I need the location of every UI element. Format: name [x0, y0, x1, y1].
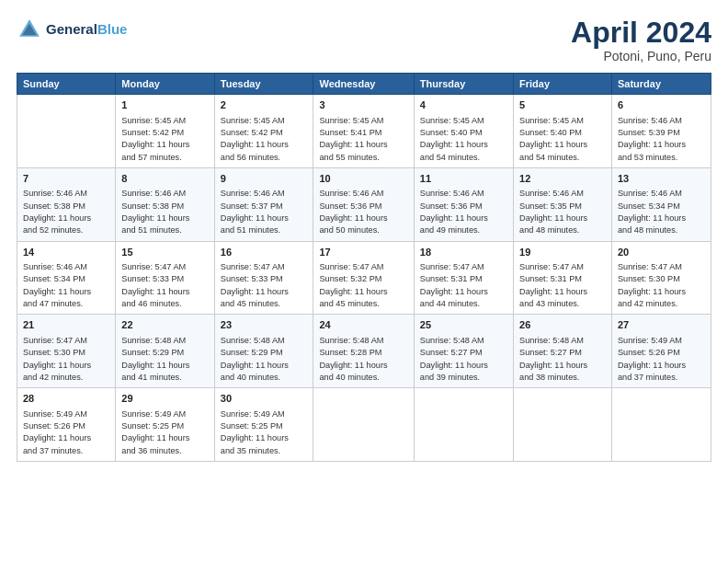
- calendar-table: Sunday Monday Tuesday Wednesday Thursday…: [17, 73, 711, 462]
- day-info: Sunrise: 5:48 AM Sunset: 5:29 PM Dayligh…: [121, 335, 208, 384]
- day-info: Sunrise: 5:45 AM Sunset: 5:42 PM Dayligh…: [121, 115, 208, 164]
- week-row-5: 28Sunrise: 5:49 AM Sunset: 5:26 PM Dayli…: [17, 388, 711, 462]
- day-info: Sunrise: 5:46 AM Sunset: 5:38 PM Dayligh…: [23, 188, 109, 236]
- calendar-cell: 28Sunrise: 5:49 AM Sunset: 5:26 PM Dayli…: [17, 388, 116, 462]
- day-number: 28: [23, 392, 109, 406]
- day-number: 10: [319, 172, 407, 186]
- calendar-cell: 27Sunrise: 5:49 AM Sunset: 5:26 PM Dayli…: [611, 315, 711, 388]
- calendar-cell: [17, 95, 116, 168]
- header-row: Sunday Monday Tuesday Wednesday Thursday…: [17, 74, 711, 95]
- calendar-cell: [514, 388, 612, 462]
- day-info: Sunrise: 5:48 AM Sunset: 5:27 PM Dayligh…: [420, 335, 507, 384]
- calendar-cell: 18Sunrise: 5:47 AM Sunset: 5:31 PM Dayli…: [414, 241, 513, 315]
- calendar-cell: 30Sunrise: 5:49 AM Sunset: 5:25 PM Dayli…: [214, 388, 313, 462]
- calendar-cell: 7Sunrise: 5:46 AM Sunset: 5:38 PM Daylig…: [17, 167, 116, 241]
- day-info: Sunrise: 5:47 AM Sunset: 5:30 PM Dayligh…: [618, 261, 705, 310]
- page: GeneralBlue April 2024 Potoni, Puno, Per…: [0, 0, 728, 563]
- logo-icon: [17, 17, 42, 42]
- day-info: Sunrise: 5:46 AM Sunset: 5:39 PM Dayligh…: [618, 115, 705, 164]
- week-row-2: 7Sunrise: 5:46 AM Sunset: 5:38 PM Daylig…: [17, 167, 711, 241]
- day-number: 29: [121, 392, 208, 406]
- day-number: 5: [519, 98, 606, 112]
- calendar-cell: 6Sunrise: 5:46 AM Sunset: 5:39 PM Daylig…: [611, 95, 711, 168]
- col-monday: Monday: [116, 74, 214, 95]
- day-number: 12: [519, 172, 606, 186]
- day-number: 13: [618, 172, 705, 186]
- day-number: 21: [23, 318, 109, 332]
- calendar-cell: 3Sunrise: 5:45 AM Sunset: 5:41 PM Daylig…: [313, 95, 414, 168]
- day-number: 1: [121, 98, 208, 112]
- day-number: 11: [420, 172, 507, 186]
- day-number: 6: [618, 98, 705, 112]
- day-number: 19: [519, 246, 606, 259]
- calendar-cell: [414, 388, 513, 462]
- day-info: Sunrise: 5:46 AM Sunset: 5:35 PM Dayligh…: [519, 188, 606, 236]
- day-number: 4: [420, 98, 507, 112]
- day-info: Sunrise: 5:45 AM Sunset: 5:40 PM Dayligh…: [519, 115, 606, 164]
- day-number: 14: [23, 246, 109, 259]
- day-info: Sunrise: 5:47 AM Sunset: 5:32 PM Dayligh…: [319, 261, 407, 310]
- calendar-cell: 8Sunrise: 5:46 AM Sunset: 5:38 PM Daylig…: [116, 167, 214, 241]
- day-number: 30: [221, 392, 308, 406]
- calendar-cell: 10Sunrise: 5:46 AM Sunset: 5:36 PM Dayli…: [313, 167, 414, 241]
- col-thursday: Thursday: [414, 74, 513, 95]
- day-info: Sunrise: 5:47 AM Sunset: 5:30 PM Dayligh…: [23, 335, 109, 384]
- day-info: Sunrise: 5:46 AM Sunset: 5:34 PM Dayligh…: [23, 261, 109, 310]
- calendar-cell: 4Sunrise: 5:45 AM Sunset: 5:40 PM Daylig…: [414, 95, 513, 168]
- day-number: 20: [618, 246, 705, 259]
- day-info: Sunrise: 5:49 AM Sunset: 5:25 PM Dayligh…: [121, 408, 208, 457]
- day-number: 16: [221, 246, 308, 259]
- calendar-cell: 12Sunrise: 5:46 AM Sunset: 5:35 PM Dayli…: [514, 167, 612, 241]
- day-number: 17: [319, 246, 407, 259]
- day-number: 9: [221, 172, 308, 186]
- week-row-1: 1Sunrise: 5:45 AM Sunset: 5:42 PM Daylig…: [17, 95, 711, 168]
- calendar-cell: 5Sunrise: 5:45 AM Sunset: 5:40 PM Daylig…: [514, 95, 612, 168]
- day-number: 7: [23, 172, 109, 186]
- day-info: Sunrise: 5:46 AM Sunset: 5:37 PM Dayligh…: [221, 188, 308, 236]
- calendar-cell: 15Sunrise: 5:47 AM Sunset: 5:33 PM Dayli…: [116, 241, 214, 315]
- title-block: April 2024 Potoni, Puno, Peru: [571, 17, 711, 63]
- calendar-cell: 13Sunrise: 5:46 AM Sunset: 5:34 PM Dayli…: [611, 167, 711, 241]
- calendar-cell: 25Sunrise: 5:48 AM Sunset: 5:27 PM Dayli…: [414, 315, 513, 388]
- calendar-cell: 20Sunrise: 5:47 AM Sunset: 5:30 PM Dayli…: [611, 241, 711, 315]
- day-info: Sunrise: 5:47 AM Sunset: 5:33 PM Dayligh…: [121, 261, 208, 310]
- day-info: Sunrise: 5:48 AM Sunset: 5:27 PM Dayligh…: [519, 335, 606, 384]
- day-number: 23: [221, 318, 308, 332]
- calendar-cell: 16Sunrise: 5:47 AM Sunset: 5:33 PM Dayli…: [214, 241, 313, 315]
- day-info: Sunrise: 5:48 AM Sunset: 5:28 PM Dayligh…: [319, 335, 407, 384]
- day-number: 8: [121, 172, 208, 186]
- day-info: Sunrise: 5:47 AM Sunset: 5:31 PM Dayligh…: [519, 261, 606, 310]
- day-number: 3: [319, 98, 407, 112]
- day-info: Sunrise: 5:47 AM Sunset: 5:33 PM Dayligh…: [221, 261, 308, 310]
- day-number: 25: [420, 318, 507, 332]
- day-info: Sunrise: 5:46 AM Sunset: 5:34 PM Dayligh…: [618, 188, 705, 236]
- location: Potoni, Puno, Peru: [571, 49, 711, 63]
- calendar-cell: 17Sunrise: 5:47 AM Sunset: 5:32 PM Dayli…: [313, 241, 414, 315]
- calendar-cell: 29Sunrise: 5:49 AM Sunset: 5:25 PM Dayli…: [116, 388, 214, 462]
- day-info: Sunrise: 5:46 AM Sunset: 5:36 PM Dayligh…: [420, 188, 507, 236]
- day-info: Sunrise: 5:48 AM Sunset: 5:29 PM Dayligh…: [221, 335, 308, 384]
- logo-text: GeneralBlue: [46, 21, 127, 37]
- day-info: Sunrise: 5:46 AM Sunset: 5:38 PM Dayligh…: [121, 188, 208, 236]
- day-info: Sunrise: 5:46 AM Sunset: 5:36 PM Dayligh…: [319, 188, 407, 236]
- day-number: 24: [319, 318, 407, 332]
- day-info: Sunrise: 5:49 AM Sunset: 5:26 PM Dayligh…: [618, 335, 705, 384]
- col-friday: Friday: [514, 74, 612, 95]
- calendar-cell: [313, 388, 414, 462]
- week-row-4: 21Sunrise: 5:47 AM Sunset: 5:30 PM Dayli…: [17, 315, 711, 388]
- calendar-cell: 11Sunrise: 5:46 AM Sunset: 5:36 PM Dayli…: [414, 167, 513, 241]
- calendar-cell: 14Sunrise: 5:46 AM Sunset: 5:34 PM Dayli…: [17, 241, 116, 315]
- week-row-3: 14Sunrise: 5:46 AM Sunset: 5:34 PM Dayli…: [17, 241, 711, 315]
- day-number: 27: [618, 318, 705, 332]
- col-wednesday: Wednesday: [313, 74, 414, 95]
- calendar-cell: 9Sunrise: 5:46 AM Sunset: 5:37 PM Daylig…: [214, 167, 313, 241]
- calendar-cell: 23Sunrise: 5:48 AM Sunset: 5:29 PM Dayli…: [214, 315, 313, 388]
- calendar-cell: 22Sunrise: 5:48 AM Sunset: 5:29 PM Dayli…: [116, 315, 214, 388]
- day-info: Sunrise: 5:49 AM Sunset: 5:26 PM Dayligh…: [23, 408, 109, 457]
- month-title: April 2024: [571, 17, 711, 49]
- calendar-cell: 26Sunrise: 5:48 AM Sunset: 5:27 PM Dayli…: [514, 315, 612, 388]
- day-number: 2: [221, 98, 308, 112]
- day-info: Sunrise: 5:49 AM Sunset: 5:25 PM Dayligh…: [221, 408, 308, 457]
- col-saturday: Saturday: [611, 74, 711, 95]
- calendar-cell: [611, 388, 711, 462]
